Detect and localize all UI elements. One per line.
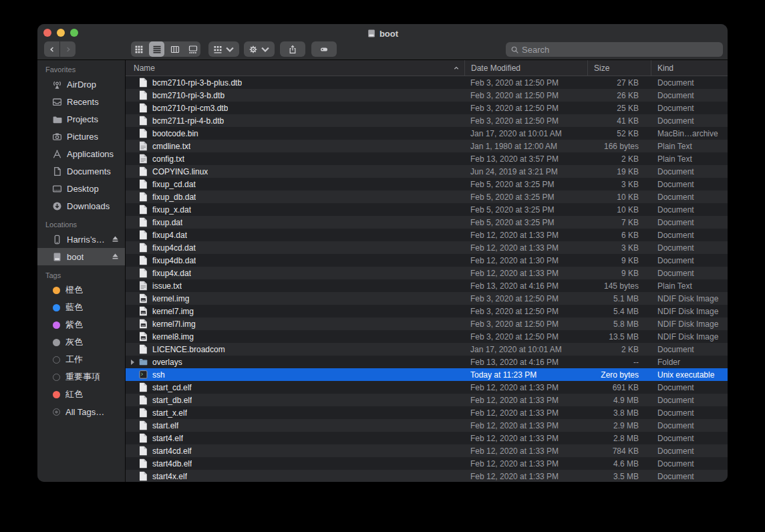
- size-cell: 691 KB: [587, 383, 651, 392]
- table-row[interactable]: fixup.datFeb 5, 2020 at 3:25 PM7 KBDocum…: [126, 216, 728, 229]
- sidebar-item-downloads[interactable]: Downloads: [37, 197, 125, 215]
- table-row[interactable]: sshToday at 11:23 PMZero bytesUnix execu…: [126, 368, 728, 381]
- table-row[interactable]: fixup_x.datFeb 5, 2020 at 3:25 PM10 KBDo…: [126, 203, 728, 216]
- eject-icon[interactable]: [111, 235, 120, 243]
- tag-circle-icon: [53, 356, 60, 364]
- name-cell: fixup_db.dat: [126, 190, 464, 203]
- table-row[interactable]: start4cd.elfFeb 12, 2020 at 1:33 PM784 K…: [126, 444, 728, 457]
- table-row[interactable]: cmdline.txtJan 1, 1980 at 12:00 AM166 by…: [126, 140, 728, 152]
- sidebar-item-label: 橙色: [65, 284, 83, 296]
- nav-buttons: [44, 41, 75, 57]
- column-view-icon: [170, 45, 180, 54]
- zoom-window-button[interactable]: [70, 29, 78, 37]
- kind-cell: Document: [651, 167, 728, 176]
- sidebar-item-tag-blue[interactable]: 藍色: [37, 299, 125, 316]
- sidebar-item-tag-gray[interactable]: 灰色: [37, 334, 125, 351]
- sidebar-item-tag-orange[interactable]: 橙色: [37, 281, 125, 299]
- sidebar-item-harriss-iphone[interactable]: Harris’s…: [37, 231, 125, 248]
- column-view-button[interactable]: [167, 41, 182, 57]
- file-name: start_x.elf: [152, 408, 187, 418]
- document-icon: [139, 395, 148, 405]
- eject-icon[interactable]: [111, 252, 120, 261]
- minimize-window-button[interactable]: [57, 29, 65, 37]
- date-modified-cell: Feb 13, 2020 at 4:16 PM: [464, 281, 587, 291]
- column-header-date[interactable]: Date Modified: [464, 60, 587, 76]
- table-row[interactable]: LICENCE.broadcomJan 17, 2020 at 10:01 AM…: [126, 343, 728, 356]
- close-window-button[interactable]: [43, 29, 51, 37]
- table-row[interactable]: fixup4cd.datFeb 12, 2020 at 1:33 PM3 KBD…: [126, 241, 728, 254]
- name-cell: fixup.dat: [126, 216, 464, 229]
- sidebar-item-documents[interactable]: Documents: [37, 162, 125, 180]
- sidebar-item-all-tags[interactable]: All Tags…: [37, 403, 125, 420]
- table-row[interactable]: overlaysFeb 13, 2020 at 4:16 PM--Folder: [126, 356, 728, 368]
- list-view-button[interactable]: [149, 41, 164, 57]
- table-row[interactable]: bcm2710-rpi-3-b-plus.dtbFeb 3, 2020 at 1…: [126, 76, 728, 89]
- kind-cell: NDIF Disk Image: [651, 332, 728, 342]
- table-row[interactable]: fixup4x.datFeb 12, 2020 at 1:33 PM9 KBDo…: [126, 267, 728, 279]
- sidebar-item-tag-purple[interactable]: 紫色: [37, 316, 125, 334]
- date-modified-cell: Today at 11:23 PM: [464, 370, 587, 380]
- table-row[interactable]: config.txtFeb 13, 2020 at 3:57 PM2 KBPla…: [126, 152, 728, 165]
- table-row[interactable]: kernel7l.imgFeb 3, 2020 at 12:50 PM5.8 M…: [126, 317, 728, 330]
- table-row[interactable]: kernel8.imgFeb 3, 2020 at 12:50 PM13.5 M…: [126, 330, 728, 343]
- table-row[interactable]: start4db.elfFeb 12, 2020 at 1:33 PM4.6 M…: [126, 457, 728, 470]
- sidebar-item-pictures[interactable]: Pictures: [37, 128, 125, 145]
- table-row[interactable]: start_cd.elfFeb 12, 2020 at 1:33 PM691 K…: [126, 381, 728, 394]
- sidebar-item-tag-work[interactable]: 工作: [37, 351, 125, 368]
- table-row[interactable]: issue.txtFeb 13, 2020 at 4:16 PM145 byte…: [126, 279, 728, 292]
- sidebar-item-desktop[interactable]: Desktop: [37, 180, 125, 197]
- kind-cell: Plain Text: [651, 281, 728, 291]
- group-button[interactable]: [208, 41, 239, 57]
- disclosure-triangle-icon[interactable]: [131, 360, 139, 365]
- file-name: cmdline.txt: [152, 142, 190, 151]
- table-row[interactable]: bootcode.binJan 17, 2020 at 10:01 AM52 K…: [126, 127, 728, 140]
- file-list: Name Date Modified Size Kind bcm2710-rpi…: [126, 60, 728, 482]
- table-row[interactable]: fixup_db.datFeb 5, 2020 at 3:25 PM10 KBD…: [126, 190, 728, 203]
- column-header-kind[interactable]: Kind: [651, 60, 728, 76]
- volume-icon: [367, 29, 376, 38]
- table-row[interactable]: start4.elfFeb 12, 2020 at 1:33 PM2.8 MBD…: [126, 432, 728, 444]
- column-header-name[interactable]: Name: [126, 60, 464, 76]
- forward-button[interactable]: [60, 41, 75, 57]
- column-header-size[interactable]: Size: [587, 60, 651, 76]
- table-row[interactable]: start.elfFeb 12, 2020 at 1:33 PM2.9 MBDo…: [126, 419, 728, 432]
- back-button[interactable]: [44, 41, 59, 57]
- sidebar-item-label: Pictures: [67, 132, 98, 142]
- table-row[interactable]: bcm2710-rpi-3-b.dtbFeb 3, 2020 at 12:50 …: [126, 89, 728, 102]
- table-row[interactable]: start4x.elfFeb 12, 2020 at 1:33 PM3.5 MB…: [126, 470, 728, 482]
- table-row[interactable]: bcm2711-rpi-4-b.dtbFeb 3, 2020 at 12:50 …: [126, 114, 728, 127]
- table-row[interactable]: COPYING.linuxJun 24, 2019 at 3:21 PM19 K…: [126, 165, 728, 178]
- disk-image-icon: [139, 319, 148, 329]
- size-cell: 7 KB: [587, 218, 651, 227]
- sidebar-section-favorites: Favorites: [37, 65, 125, 76]
- table-row[interactable]: start_x.elfFeb 12, 2020 at 1:33 PM3.8 MB…: [126, 406, 728, 419]
- sidebar-item-airdrop[interactable]: AirDrop: [37, 76, 125, 93]
- table-row[interactable]: kernel.imgFeb 3, 2020 at 12:50 PM5.1 MBN…: [126, 292, 728, 305]
- share-button[interactable]: [280, 41, 305, 57]
- text-document-icon: [139, 281, 148, 291]
- sidebar-item-label: 紅色: [65, 388, 83, 400]
- sidebar-item-tag-red[interactable]: 紅色: [37, 386, 125, 403]
- kind-cell: NDIF Disk Image: [651, 294, 728, 303]
- table-row[interactable]: bcm2710-rpi-cm3.dtbFeb 3, 2020 at 12:50 …: [126, 102, 728, 114]
- sidebar-item-recents[interactable]: Recents: [37, 93, 125, 110]
- tags-button[interactable]: [311, 41, 337, 57]
- table-row[interactable]: kernel7.imgFeb 3, 2020 at 12:50 PM5.4 MB…: [126, 305, 728, 317]
- sidebar-item-boot-volume[interactable]: boot: [37, 248, 125, 265]
- table-row[interactable]: fixup4.datFeb 12, 2020 at 1:33 PM6 KBDoc…: [126, 229, 728, 241]
- action-button[interactable]: [244, 41, 275, 57]
- table-row[interactable]: fixup_cd.datFeb 5, 2020 at 3:25 PM3 KBDo…: [126, 178, 728, 190]
- search-input[interactable]: [522, 45, 718, 55]
- sidebar-item-label: 藍色: [65, 301, 83, 313]
- icon-view-button[interactable]: [131, 41, 146, 57]
- table-row[interactable]: fixup4db.datFeb 12, 2020 at 1:30 PM9 KBD…: [126, 254, 728, 267]
- sidebar-item-applications[interactable]: Applications: [37, 145, 125, 162]
- table-row[interactable]: start_db.elfFeb 12, 2020 at 1:33 PM4.9 M…: [126, 394, 728, 406]
- sidebar-item-projects[interactable]: Projects: [37, 110, 125, 128]
- name-cell: start_cd.elf: [126, 381, 464, 394]
- sidebar-item-tag-important[interactable]: 重要事項: [37, 368, 125, 386]
- size-cell: 2 KB: [587, 154, 651, 164]
- gallery-view-button[interactable]: [185, 41, 200, 57]
- search-field[interactable]: [506, 42, 723, 57]
- document-icon: [139, 268, 148, 278]
